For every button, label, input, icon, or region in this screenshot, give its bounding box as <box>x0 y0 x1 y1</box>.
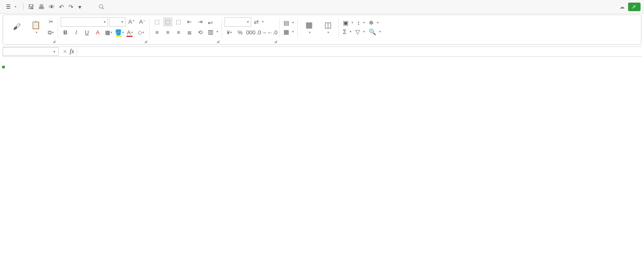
style-icon: ◫ <box>324 20 332 30</box>
cond-format-icon: ▦ <box>305 20 313 30</box>
indent-dec-button[interactable]: ⇤ <box>185 17 194 27</box>
share-button[interactable]: ↗ <box>628 3 641 11</box>
border-button[interactable]: ▦▾ <box>104 28 113 37</box>
justify-button[interactable]: ≣ <box>185 28 194 37</box>
dec-decimal-button[interactable]: ←.0 <box>268 28 277 37</box>
group-editing: ▣▾ ↕▾ ❄▾ Σ▾ ▽▾ 🔍▾ <box>339 16 385 44</box>
cond-format-button[interactable]: ▦ ▾ <box>300 20 317 34</box>
sort-icon: ↕ <box>357 19 360 26</box>
fill-button[interactable]: ▣▾ <box>342 19 354 27</box>
save-icon[interactable]: 🖫 <box>28 3 34 10</box>
launcher-icon[interactable]: ◢ <box>144 39 147 43</box>
cancel-icon[interactable]: ✕ <box>63 49 67 55</box>
redo-icon[interactable]: ↷ <box>68 3 74 10</box>
brush-icon: 🖌 <box>13 22 21 31</box>
copy-button[interactable]: ⧉▾ <box>46 28 55 37</box>
number-format-combo[interactable]: ▾ <box>225 17 251 27</box>
clear-format-button[interactable]: ◇▾ <box>136 28 145 37</box>
font-name-combo[interactable]: ▾ <box>61 17 108 27</box>
merge-button[interactable]: ▥▾ <box>206 28 219 36</box>
font-size-combo[interactable]: ▾ <box>109 17 126 27</box>
worksheet-button[interactable]: ▦▾ <box>282 28 295 36</box>
align-right-button[interactable]: ≡ <box>174 28 183 37</box>
menubar: ☰ ▾ 🖫 🖶 👁 ↶ ↷ ▾ ☁ ↗ <box>0 0 644 14</box>
freeze-icon: ❄ <box>369 19 374 26</box>
sort-button[interactable]: ↕▾ <box>356 19 366 27</box>
italic-button[interactable]: I <box>71 28 81 37</box>
fill-icon: ▣ <box>343 19 348 26</box>
ribbon: 🖌 📋 ▾ ✂ ⧉▾ ◢ ▾ ▾ A⁺ A⁻ <box>3 15 641 45</box>
strike-button[interactable]: A <box>93 28 102 37</box>
cloud-icon[interactable]: ☁ <box>619 4 625 10</box>
find-button[interactable]: 🔍▾ <box>367 28 382 36</box>
merge-icon: ▥ <box>208 28 213 35</box>
formula-bar: ▾ ✕ fx <box>3 46 641 57</box>
format-painter-button[interactable]: 🖌 <box>8 22 25 32</box>
preview-icon[interactable]: 👁 <box>49 3 55 10</box>
cell-style-button[interactable]: ◫ ▾ <box>319 20 336 34</box>
group-alignment: ⬚ ⬚ ⬚ ⇤ ⇥ ≡ ≡ ≡ ≣ ⟲ ↩ ▥▾ ◢ <box>150 16 222 44</box>
group-font: ▾ ▾ A⁺ A⁻ B I U A ▦▾ 🪣▾ A▾ ◇▾ ◢ <box>58 16 150 44</box>
active-cell-indicator <box>3 66 4 68</box>
sheet-icon: ▦ <box>283 28 289 35</box>
filter-button[interactable]: ▽▾ <box>354 28 366 36</box>
share-icon: ↗ <box>632 4 636 10</box>
svg-point-0 <box>99 4 103 8</box>
paste-button[interactable]: 📋 ▾ <box>27 20 44 34</box>
align-bottom-button[interactable]: ⬚ <box>174 17 183 27</box>
search-icon[interactable] <box>99 4 105 10</box>
percent-button[interactable]: % <box>235 28 245 37</box>
group-cells: ▤▾ ▦▾ <box>280 16 298 44</box>
name-box[interactable]: ▾ <box>3 47 59 56</box>
search-icon: 🔍 <box>369 28 376 35</box>
underline-button[interactable]: U <box>82 28 92 37</box>
align-top-button[interactable]: ⬚ <box>152 17 162 27</box>
cut-button[interactable]: ✂ <box>46 17 55 27</box>
group-number: ▾ ⇄▾ ¥▾ % 000 .0→ ←.0 ◢ <box>222 16 280 44</box>
align-left-button[interactable]: ≡ <box>152 28 162 37</box>
wrap-button[interactable]: ↩ <box>206 19 219 27</box>
launcher-icon[interactable]: ◢ <box>52 39 55 43</box>
orientation-button[interactable]: ⟲ <box>195 28 205 37</box>
align-center-button[interactable]: ≡ <box>163 28 173 37</box>
spreadsheet-grid[interactable] <box>3 58 644 66</box>
launcher-icon[interactable]: ◢ <box>216 39 219 43</box>
quick-access-toolbar: 🖫 🖶 👁 ↶ ↷ ▾ <box>23 3 81 10</box>
comma-button[interactable]: 000 <box>246 28 256 37</box>
group-styles: ▦ ▾ ◫ ▾ <box>298 16 339 44</box>
clipboard-icon: 📋 <box>31 20 40 30</box>
launcher-icon[interactable]: ◢ <box>274 39 277 43</box>
funnel-icon: ▽ <box>355 28 360 35</box>
svg-line-1 <box>102 7 104 9</box>
align-middle-button[interactable]: ⬚ <box>163 17 173 27</box>
convert-icon: ⇄ <box>254 18 259 25</box>
print-icon[interactable]: 🖶 <box>38 3 44 10</box>
sigma-icon: Σ <box>343 28 347 35</box>
shrink-font-button[interactable]: A⁻ <box>138 17 147 27</box>
formula-input[interactable] <box>77 47 641 56</box>
grow-font-button[interactable]: A⁺ <box>127 17 136 27</box>
wrap-icon: ↩ <box>208 19 213 26</box>
fx-icon[interactable]: fx <box>70 48 74 55</box>
sum-button[interactable]: Σ▾ <box>342 28 353 36</box>
undo-icon[interactable]: ↶ <box>59 3 64 10</box>
currency-button[interactable]: ¥▾ <box>225 28 234 37</box>
freeze-button[interactable]: ❄▾ <box>367 19 380 27</box>
fill-color-button[interactable]: 🪣▾ <box>114 28 124 37</box>
file-menu[interactable]: ☰ ▾ <box>3 3 19 11</box>
bold-button[interactable]: B <box>61 28 70 37</box>
chevron-down-icon: ▾ <box>15 5 16 9</box>
convert-button[interactable]: ⇄▾ <box>253 18 265 26</box>
indent-inc-button[interactable]: ⇥ <box>195 17 205 27</box>
qat-more-icon[interactable]: ▾ <box>78 3 81 10</box>
hamburger-icon: ☰ <box>6 4 11 10</box>
chevron-down-icon: ▾ <box>53 49 55 54</box>
inc-decimal-button[interactable]: .0→ <box>257 28 266 37</box>
rowcol-icon: ▤ <box>283 19 289 26</box>
font-color-button[interactable]: A▾ <box>125 28 135 37</box>
group-clipboard: 🖌 📋 ▾ ✂ ⧉▾ ◢ <box>6 16 58 44</box>
rowcol-button[interactable]: ▤▾ <box>282 19 295 27</box>
